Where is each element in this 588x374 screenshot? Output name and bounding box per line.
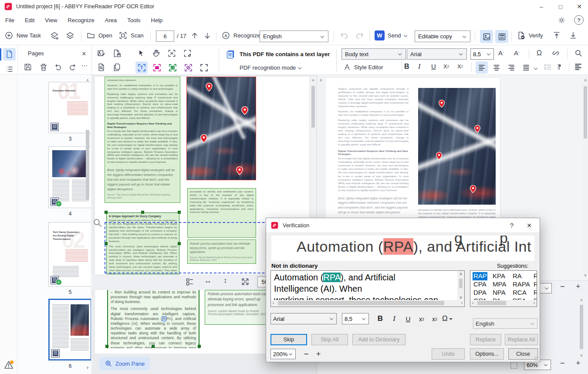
pane-layout-icon[interactable] xyxy=(185,277,194,286)
menu-help[interactable]: Help xyxy=(151,17,163,24)
resize-grip[interactable] xyxy=(534,357,539,361)
text-area-col2[interactable]: processes to identify and understand you… xyxy=(187,188,256,238)
add-pages-icon[interactable] xyxy=(50,31,59,40)
next-page-icon[interactable] xyxy=(203,31,212,40)
previous-page-icon[interactable] xyxy=(190,31,199,40)
warning-icon[interactable] xyxy=(3,360,14,370)
edit-image-icon[interactable] xyxy=(97,49,106,58)
help-icon[interactable]: ? xyxy=(574,15,584,25)
fit-page-icon[interactable] xyxy=(241,277,250,286)
delete-area-icon[interactable] xyxy=(167,49,176,58)
zoom-pane-quote-block[interactable]: Robotic process automation tools can eli… xyxy=(205,290,273,325)
suggestion-item[interactable]: RAPA xyxy=(513,280,534,289)
lower-pane-scrollbar[interactable]: ∧ ∨ xyxy=(578,297,585,359)
dialog-help-icon[interactable]: ? xyxy=(507,221,517,230)
replace-button[interactable]: Replace xyxy=(470,334,501,345)
page-thumbnail-3[interactable]: 01 Executive Overview xyxy=(48,82,91,133)
menu-tools[interactable]: Tools xyxy=(127,17,140,24)
save-pages-icon[interactable] xyxy=(24,63,32,71)
delete-page-icon[interactable] xyxy=(39,63,48,71)
suggestion-item[interactable]: R xyxy=(534,289,537,297)
page-caption-3[interactable]: 3 xyxy=(48,136,91,142)
menu-view[interactable]: View xyxy=(45,17,57,24)
text-area-tool[interactable]: T xyxy=(135,61,148,74)
zoom-out-icon[interactable]: − xyxy=(560,359,565,368)
page-caption-4[interactable]: 4 xyxy=(48,211,91,217)
paragraph-mark-icon[interactable]: ¶ xyxy=(558,63,561,70)
resize-area-icon[interactable] xyxy=(183,49,192,58)
insert-link-icon[interactable] xyxy=(551,49,560,57)
add-to-dictionary-button[interactable]: Add to Dictionary xyxy=(352,334,406,345)
dialog-superscript-button[interactable]: x2 xyxy=(416,313,427,325)
suggestion-item[interactable]: NPA xyxy=(493,289,513,297)
dialog-language-select[interactable]: English xyxy=(473,318,537,329)
background-area-tool[interactable] xyxy=(182,61,194,74)
line-spacing-icon[interactable] xyxy=(544,63,552,71)
undo-icon[interactable] xyxy=(340,31,349,40)
underline-button[interactable]: U xyxy=(431,63,436,70)
justify-button[interactable] xyxy=(520,61,532,74)
fit-height-icon[interactable]: ↕ xyxy=(223,276,227,285)
more-actions-icon[interactable]: ⋯ xyxy=(81,62,88,70)
maximize-button[interactable]: ▢ xyxy=(551,0,570,13)
pdf-recognition-mode[interactable]: PDF recognition mode xyxy=(240,64,302,71)
dialog-zoom-in-icon[interactable]: + xyxy=(314,349,323,359)
scroll-to-bottom-icon[interactable] xyxy=(569,31,578,40)
paragraph-style-select[interactable]: Body text xyxy=(341,48,406,60)
dialog-bold-button[interactable]: B xyxy=(375,313,385,324)
area-handle[interactable] xyxy=(105,345,108,348)
align-right-button[interactable] xyxy=(505,61,517,74)
save-page-image-icon[interactable] xyxy=(112,49,122,58)
search-icon[interactable] xyxy=(574,49,583,57)
rotate-left-icon[interactable] xyxy=(54,63,63,71)
style-editor-button[interactable]: Style Editor xyxy=(343,63,383,71)
close-pages-panel-icon[interactable]: ✕ xyxy=(79,49,89,58)
picture-area[interactable] xyxy=(186,77,256,180)
select-tool-icon[interactable] xyxy=(137,49,145,57)
dialog-italic-button[interactable]: I xyxy=(389,313,399,324)
suggestion-item[interactable]: DPA xyxy=(473,289,493,297)
pages-scroll-up[interactable]: ∧ xyxy=(85,78,90,82)
menu-edit[interactable]: Edit xyxy=(25,17,34,24)
scroll-to-top-icon[interactable] xyxy=(552,31,561,40)
suggestion-item[interactable]: KPA xyxy=(493,272,513,280)
zoom-pane-button[interactable]: Zoom Pane xyxy=(99,357,150,370)
menu-file[interactable]: File xyxy=(5,17,14,24)
align-left-button[interactable] xyxy=(476,61,488,74)
verify-button[interactable]: Verify xyxy=(517,31,543,40)
send-to-word-button[interactable]: W Send xyxy=(375,30,408,40)
skip-button[interactable]: Skip xyxy=(270,334,307,345)
area-handle[interactable] xyxy=(178,242,181,245)
menu-area[interactable]: Area xyxy=(105,17,117,24)
suggestion-item[interactable]: MPA xyxy=(493,280,513,289)
bold-button[interactable]: B xyxy=(404,63,409,71)
pages-panel-tab[interactable] xyxy=(3,48,16,61)
text-area-col2-quote[interactable]: Robotic process automation tools can eli… xyxy=(187,239,256,264)
dialog-symbol-button[interactable]: Ω xyxy=(442,313,453,324)
page-thumbnail-6-selected[interactable] xyxy=(48,299,91,361)
superscript-button[interactable]: X2 xyxy=(443,63,449,70)
area-handle[interactable] xyxy=(105,242,108,245)
font-family-select[interactable]: Arial xyxy=(407,48,467,60)
editor-hscrollbar[interactable]: ‹ › xyxy=(271,300,464,307)
minimize-button[interactable]: – xyxy=(532,0,551,13)
zoom-in-icon[interactable]: + xyxy=(576,282,581,291)
open-button[interactable]: Open xyxy=(86,31,112,40)
recognize-button[interactable]: Recognize xyxy=(221,31,260,40)
verification-text-editor[interactable]: Automation (RPA), and Artificial Intelli… xyxy=(270,270,465,307)
page-thumbnail-4[interactable]: ✓ xyxy=(48,146,91,208)
insert-symbol-icon[interactable]: Ω xyxy=(537,49,542,57)
replace-all-button[interactable]: Replace All xyxy=(505,334,538,345)
close-button[interactable]: ✕ xyxy=(571,0,588,13)
skip-all-button[interactable]: Skip All xyxy=(311,334,348,345)
generic-area-tool[interactable] xyxy=(198,61,210,74)
suggestion-item[interactable]: RCA xyxy=(513,289,534,297)
zoom-in-icon[interactable]: + xyxy=(576,359,581,368)
dialog-zoom-select[interactable]: 200% xyxy=(270,349,296,359)
dialog-title-bar[interactable]: Verification ? ✕ xyxy=(266,218,540,233)
page-number-input[interactable]: 6 xyxy=(156,30,174,42)
suggestion-item-selected[interactable]: RAP xyxy=(473,272,487,280)
fit-width-icon[interactable]: ↔ xyxy=(204,276,212,285)
dialog-font-size-select[interactable]: 8,5 xyxy=(342,313,369,324)
suggestion-item[interactable]: CPA xyxy=(473,280,493,289)
